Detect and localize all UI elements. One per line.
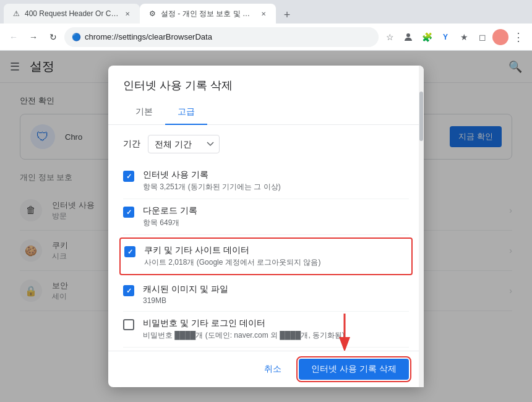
checkbox-history-sub: 항목 3,251개 (동기화된 기기에는 그 이상) [143,182,409,192]
checkbox-history: ✓ 인터넷 사용 기록 항목 3,251개 (동기화된 기기에는 그 이상) [123,163,409,199]
tab2-title: 설정 - 개인 정보 보호 및 보안 [161,9,255,19]
tab2-icon: ⚙ [147,9,157,19]
extension-icon[interactable]: 🧩 [418,28,435,46]
checkbox-downloads-content: 다운로드 기록 항목 649개 [143,205,409,228]
sidebar-toggle-icon[interactable]: ◻ [474,28,491,46]
clear-data-modal: 인터넷 사용 기록 삭제 기본 고급 기간 전 [108,66,424,387]
nav-bar: ← → ↻ 🔵 chrome://settings/clearBrowserDa… [0,24,532,51]
modal-scrollbar[interactable] [419,66,424,387]
back-button[interactable]: ← [5,28,22,46]
checkbox-history-title: 인터넷 사용 기록 [143,169,409,181]
menu-button[interactable]: ⋮ [510,28,527,46]
bookmark-icon[interactable]: ☆ [381,28,398,46]
checkbox-cookies: ✓ 쿠키 및 기타 사이트 데이터 사이트 2,018개 (Google 계정에… [119,237,413,275]
tab-basic[interactable]: 기본 [123,100,165,125]
checkmark-icon: ✓ [126,208,132,216]
tab-2[interactable]: ⚙ 설정 - 개인 정보 보호 및 보안 ✕ [140,4,276,24]
profile-y-icon[interactable]: Y [437,28,454,46]
checkbox-cookies-title: 쿠키 및 기타 사이트 데이터 [144,245,408,256]
period-row: 기간 전체 기간 지난 1시간 지난 24시간 지난 7일 지난 4주 [123,135,409,153]
tab1-title: 400 Request Header Or Cookie [25,9,119,18]
checkmark-icon: ✓ [127,248,133,256]
checkbox-cookies-box[interactable]: ✓ [124,246,135,257]
delete-button[interactable]: 인터넷 사용 기록 삭제 [299,359,409,380]
modal-tab-bar: 기본 고급 [108,100,424,125]
address-bar[interactable]: 🔵 chrome://settings/clearBrowserData [64,27,379,47]
checkbox-downloads-title: 다운로드 기록 [143,205,409,216]
page-content: ☰ 설정 🔍 안전 확인 🛡 Chro 지금 확인 개인 정보 보호 🗑 [0,51,532,402]
checkbox-passwords-sub: 비밀번호 ████개 (도메인: naver.com 외 ████개, 동기화됨… [143,330,409,341]
nav-actions: ☆ 🧩 Y ★ ◻ ⋮ [381,28,527,46]
modal-title: 인터넷 사용 기록 삭제 [108,66,424,93]
cancel-button[interactable]: 취소 [254,359,291,380]
checkbox-cache-sub: 319MB [143,296,409,305]
modal-footer: 취소 인터넷 사용 기록 삭제 [108,351,424,387]
forward-button[interactable]: → [25,28,42,46]
reload-button[interactable]: ↻ [45,28,62,46]
address-secure-icon: 🔵 [72,33,81,41]
puzzle-icon[interactable]: ★ [455,28,473,46]
checkbox-cookies-content: 쿠키 및 기타 사이트 데이터 사이트 2,018개 (Google 계정에서 … [144,245,408,268]
checkbox-cache-title: 캐시된 이미지 및 파일 [143,284,409,295]
tab-bar: ⚠ 400 Request Header Or Cookie ✕ ⚙ 설정 - … [0,0,532,24]
user-avatar[interactable] [492,29,508,45]
modal-body: 기간 전체 기간 지난 1시간 지난 24시간 지난 7일 지난 4주 ✓ [108,125,424,351]
checkbox-passwords-title: 비밀번호 및 기타 로그인 데이터 [143,318,409,329]
checkbox-history-box[interactable]: ✓ [123,171,134,182]
checkbox-cache-box[interactable]: ✓ [123,285,134,296]
checkbox-downloads-sub: 항목 649개 [143,218,409,228]
arrow-indicator [333,314,356,353]
checkbox-passwords: 비밀번호 및 기타 로그인 데이터 비밀번호 ████개 (도메인: naver… [123,312,409,348]
tab1-close-button[interactable]: ✕ [122,9,132,19]
checkbox-passwords-content: 비밀번호 및 기타 로그인 데이터 비밀번호 ████개 (도메인: naver… [143,318,409,341]
checkbox-autofill: 양식 데이터 자동 완성 [123,348,409,351]
checkbox-cache-content: 캐시된 이미지 및 파일 319MB [143,284,409,305]
checkbox-cache: ✓ 캐시된 이미지 및 파일 319MB [123,278,409,312]
period-label: 기간 [123,139,140,150]
checkbox-history-content: 인터넷 사용 기록 항목 3,251개 (동기화된 기기에는 그 이상) [143,169,409,192]
tab-advanced[interactable]: 고급 [165,100,207,125]
profile-icon[interactable] [400,28,417,46]
tab2-close-button[interactable]: ✕ [259,9,268,19]
checkbox-passwords-box[interactable] [123,319,134,330]
new-tab-button[interactable]: + [278,6,296,24]
modal-scrollbar-thumb [419,92,423,141]
address-text: chrome://settings/clearBrowserData [85,32,212,41]
tab-1[interactable]: ⚠ 400 Request Header Or Cookie ✕ [4,4,140,24]
period-select[interactable]: 전체 기간 지난 1시간 지난 24시간 지난 7일 지난 4주 [148,135,220,153]
modal-overlay: 인터넷 사용 기록 삭제 기본 고급 기간 전 [0,51,532,402]
checkbox-downloads-box[interactable]: ✓ [123,207,134,218]
checkmark-icon: ✓ [126,173,132,181]
checkmark-icon: ✓ [126,287,132,295]
checkbox-downloads: ✓ 다운로드 기록 항목 649개 [123,199,409,235]
svg-point-0 [406,33,410,37]
browser-frame: ⚠ 400 Request Header Or Cookie ✕ ⚙ 설정 - … [0,0,532,402]
checkbox-cookies-sub: 사이트 2,018개 (Google 계정에서 로그아웃되지 않음) [144,257,408,268]
tab1-icon: ⚠ [11,9,21,19]
